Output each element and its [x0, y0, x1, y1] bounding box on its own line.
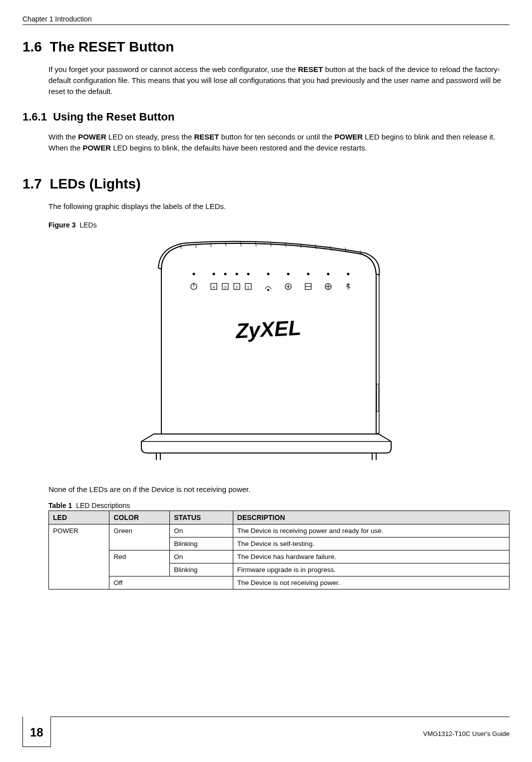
cell-status: On	[170, 550, 233, 564]
section-number: 1.6	[22, 39, 42, 54]
svg-point-25	[267, 272, 269, 275]
page-footer: 18 VMG1312-T10C User's Guide	[0, 716, 532, 747]
section-title: The RESET Button	[50, 39, 174, 54]
section-1-7-paragraph: The following graphic displays the label…	[48, 201, 510, 212]
svg-text:1: 1	[247, 285, 249, 290]
figure-3-device: 4 3 2 1 ZyXEL	[22, 234, 510, 469]
chapter-label: Chapter 1 Introduction	[22, 15, 92, 23]
cell-desc: The Device is not receiving power.	[233, 576, 509, 590]
subsection-title: Using the Reset Button	[53, 110, 174, 123]
led-descriptions-table: LED COLOR STATUS DESCRIPTION POWER Green…	[48, 510, 510, 590]
svg-point-22	[224, 272, 226, 275]
svg-point-23	[235, 272, 238, 275]
cell-status: On	[170, 524, 233, 538]
th-color: COLOR	[109, 511, 170, 524]
table-row: POWER Green On The Device is receiving p…	[49, 524, 510, 538]
table-header-row: LED COLOR STATUS DESCRIPTION	[49, 511, 510, 524]
cell-status: Off	[109, 576, 233, 590]
svg-point-20	[192, 272, 195, 275]
post-figure-paragraph: None of the LEDs are on if the Device is…	[48, 484, 510, 495]
th-description: DESCRIPTION	[233, 511, 509, 524]
th-status: STATUS	[170, 511, 233, 524]
cell-status: Blinking	[170, 538, 233, 550]
svg-text:2: 2	[235, 285, 238, 290]
cell-color: Red	[109, 550, 170, 576]
svg-point-29	[347, 272, 349, 275]
section-1-6-1-paragraph: With the POWER LED on steady, press the …	[48, 132, 510, 154]
cell-desc: The Device has hardware failure.	[233, 550, 509, 564]
cell-color: Green	[109, 524, 170, 550]
cell-led: POWER	[49, 524, 109, 590]
cell-desc: The Device is self-testing.	[233, 538, 509, 550]
svg-point-24	[247, 272, 249, 275]
section-title: LEDs (Lights)	[50, 176, 141, 192]
section-1-6-paragraph: If you forget your password or cannot ac…	[48, 64, 510, 96]
table-row: Red On The Device has hardware failure.	[49, 550, 510, 564]
svg-point-21	[212, 272, 215, 275]
svg-point-28	[327, 272, 329, 275]
device-illustration: 4 3 2 1 ZyXEL	[126, 234, 406, 469]
svg-point-27	[307, 272, 309, 275]
table-row: Off The Device is not receiving power.	[49, 576, 510, 590]
subsection-number: 1.6.1	[22, 110, 47, 123]
section-number: 1.7	[22, 176, 42, 192]
svg-point-40	[267, 289, 269, 290]
th-led: LED	[49, 511, 109, 524]
page-header: Chapter 1 Introduction	[22, 15, 510, 25]
cell-desc: The Device is receiving power and ready …	[233, 524, 509, 538]
svg-text:3: 3	[224, 285, 226, 290]
figure-3-caption: Figure 3LEDs	[48, 221, 510, 229]
cell-desc: Firmware upgrade is in progress.	[233, 564, 509, 576]
cell-status: Blinking	[170, 564, 233, 576]
footer-doc-title: VMG1312-T10C User's Guide	[51, 727, 510, 738]
table-1-caption: Table 1LED Descriptions	[48, 502, 510, 510]
svg-point-26	[287, 272, 289, 275]
page-number: 18	[22, 716, 51, 747]
device-brand-text: ZyXEL	[234, 316, 301, 342]
section-1-6-heading: 1.6 The RESET Button	[22, 39, 510, 55]
svg-rect-19	[377, 384, 379, 412]
section-1-7-heading: 1.7 LEDs (Lights)	[22, 176, 510, 192]
section-1-6-1-heading: 1.6.1 Using the Reset Button	[22, 110, 510, 124]
svg-text:4: 4	[212, 285, 215, 290]
